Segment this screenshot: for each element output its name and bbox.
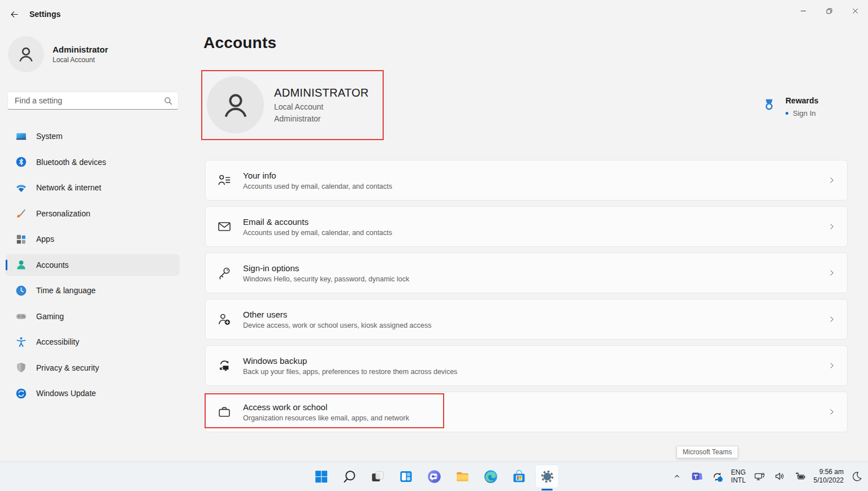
- profile-name: Administrator: [53, 45, 108, 54]
- time-language-icon: [15, 285, 27, 297]
- sidebar-profile[interactable]: Administrator Local Account: [8, 36, 108, 72]
- tray-teams-tray-button[interactable]: [689, 467, 706, 486]
- sidebar-item-windows-update[interactable]: Windows Update: [6, 383, 180, 404]
- tray-chevron-up-button[interactable]: [669, 467, 685, 486]
- row-other-users[interactable]: Other usersDevice access, work or school…: [205, 299, 848, 340]
- sync-icon: [711, 470, 724, 483]
- search-icon: [163, 96, 173, 106]
- row-windows-backup[interactable]: Windows backupBack up your files, apps, …: [205, 345, 848, 386]
- sidebar-item-accounts[interactable]: Accounts: [6, 254, 180, 276]
- taskbar-task-view-button[interactable]: [366, 464, 389, 488]
- sidebar-item-network-internet[interactable]: Network & internet: [6, 177, 180, 198]
- network-wifi-icon: [15, 182, 27, 194]
- store-icon: [511, 469, 527, 484]
- settings-window: Settings Administrator Local Account Sys…: [0, 0, 868, 491]
- taskbar-store-button[interactable]: [507, 464, 531, 488]
- tray-volume-button[interactable]: [771, 467, 788, 486]
- privacy-security-icon: [15, 362, 27, 373]
- taskbar-icons: [309, 464, 559, 488]
- chat-icon: [427, 469, 442, 484]
- profile-account-type: Local Account: [53, 56, 108, 64]
- sidebar-item-accessibility[interactable]: Accessibility: [6, 331, 180, 353]
- taskbar-edge-button[interactable]: [479, 464, 502, 488]
- sidebar-item-label: Apps: [36, 234, 54, 244]
- tray-clock[interactable]: 9:56 am5/10/2022: [812, 468, 845, 485]
- tray-sync-button[interactable]: [709, 467, 726, 486]
- sidebar-item-label: Bluetooth & devices: [36, 158, 106, 167]
- row-sign-in-options[interactable]: Sign-in optionsWindows Hello, security k…: [205, 253, 848, 293]
- profile-card-name: ADMINISTRATOR: [274, 86, 369, 99]
- row-title: Email & accounts: [243, 217, 392, 227]
- tray-moon-button[interactable]: [849, 467, 866, 486]
- restore-icon: [825, 7, 834, 15]
- window-controls: [790, 0, 868, 21]
- bluetooth-icon: [15, 156, 27, 168]
- row-your-info[interactable]: Your infoAccounts used by email, calenda…: [205, 160, 848, 201]
- accessibility-icon: [15, 336, 27, 348]
- taskbar: ENGINTL9:56 am5/10/2022: [0, 461, 868, 491]
- settings-gear-icon: [540, 469, 555, 484]
- sidebar-item-label: Windows Update: [36, 389, 96, 398]
- back-arrow-icon: [10, 10, 19, 19]
- row-access-work-or-school[interactable]: Access work or schoolOrganization resour…: [205, 392, 848, 432]
- rewards-sign-in-link[interactable]: Sign In: [793, 109, 815, 118]
- restore-button[interactable]: [816, 0, 842, 21]
- file-explorer-icon: [455, 469, 470, 484]
- taskbar-settings-gear-button[interactable]: [535, 464, 559, 488]
- taskbar-file-explorer-button[interactable]: [450, 464, 474, 488]
- row-title: Windows backup: [243, 356, 457, 366]
- battery-icon: [795, 471, 806, 482]
- search-input[interactable]: [8, 92, 178, 109]
- sidebar-item-bluetooth-devices[interactable]: Bluetooth & devices: [6, 151, 180, 173]
- sidebar-item-label: Privacy & security: [36, 363, 99, 372]
- row-subtitle: Accounts used by email, calendar, and co…: [243, 183, 392, 190]
- taskbar-chat-button[interactable]: [422, 464, 446, 488]
- search-box: [7, 92, 179, 110]
- row-subtitle: Back up your files, apps, preferences to…: [243, 368, 457, 376]
- profile-avatar: [207, 76, 264, 133]
- row-title: Sign-in options: [243, 263, 409, 273]
- briefcase-icon: [217, 405, 232, 419]
- personalization-icon: [15, 207, 27, 219]
- row-subtitle: Windows Hello, security key, password, d…: [243, 275, 409, 283]
- tray-language-indicator[interactable]: ENGINTL: [730, 468, 748, 484]
- taskbar-taskbar-search-button[interactable]: [337, 464, 361, 488]
- close-button[interactable]: [842, 0, 868, 21]
- close-icon: [851, 7, 860, 15]
- sidebar-item-label: Network & internet: [36, 183, 101, 192]
- back-button[interactable]: [5, 6, 24, 23]
- widgets-icon: [398, 469, 414, 484]
- sidebar-item-label: Time & language: [36, 286, 96, 295]
- row-title: Other users: [243, 310, 431, 319]
- tray-battery-button[interactable]: [792, 467, 809, 486]
- system-icon: [15, 131, 27, 142]
- minimize-button[interactable]: [790, 0, 816, 21]
- chevron-right-icon: [828, 269, 836, 277]
- row-email-accounts[interactable]: Email & accountsAccounts used by email, …: [205, 206, 848, 247]
- backup-icon: [217, 358, 232, 373]
- teams-tray-icon: [691, 470, 704, 483]
- row-subtitle: Device access, work or school users, kio…: [243, 321, 431, 329]
- profile-card-line1: Local Account: [274, 102, 369, 111]
- sidebar-item-system[interactable]: System: [6, 125, 180, 147]
- taskbar-widgets-button[interactable]: [394, 464, 418, 488]
- sidebar-item-time-language[interactable]: Time & language: [6, 280, 180, 301]
- sidebar-item-privacy-security[interactable]: Privacy & security: [6, 357, 180, 379]
- bullet-dot-icon: [785, 112, 788, 115]
- chevron-right-icon: [828, 223, 836, 231]
- window-title: Settings: [29, 10, 60, 19]
- sidebar-item-label: Accounts: [36, 260, 69, 270]
- sidebar-item-personalization[interactable]: Personalization: [6, 203, 180, 224]
- tray-network-tray-button[interactable]: [751, 467, 768, 486]
- rewards-icon: [762, 98, 776, 112]
- profile-card: ADMINISTRATOR Local Account Administrato…: [207, 76, 369, 133]
- taskbar-start-button[interactable]: [309, 464, 333, 488]
- page-title: Accounts: [203, 34, 276, 52]
- sidebar-item-label: System: [36, 132, 63, 141]
- avatar: [8, 36, 44, 72]
- sidebar-item-apps[interactable]: Apps: [6, 228, 180, 250]
- profile-card-line2: Administrator: [274, 114, 369, 123]
- sidebar-item-gaming[interactable]: Gaming: [6, 306, 180, 327]
- settings-rows: Your infoAccounts used by email, calenda…: [205, 160, 848, 438]
- chevron-right-icon: [828, 408, 836, 416]
